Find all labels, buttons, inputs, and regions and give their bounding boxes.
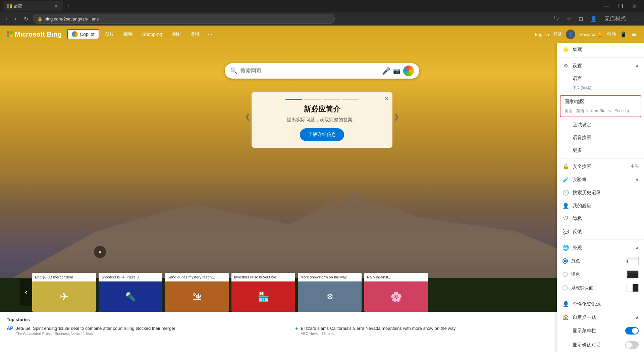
tab-favicon: [7, 3, 12, 9]
search-copilot-icon[interactable]: [403, 65, 414, 76]
news-card-title-5: Rally against...: [364, 273, 428, 281]
my-bing-item[interactable]: 👤 我的必应: [557, 199, 644, 212]
intro-card: × 新必应简介 提出实际问题，获取完整的答案。 了解详细信息: [252, 92, 392, 148]
minimize-button[interactable]: —: [599, 2, 613, 11]
news-card-2[interactable]: Sand dunes mystery resolv... 🏜: [165, 273, 229, 312]
light-option[interactable]: 浅色: [557, 254, 644, 268]
tracking-protection-icon[interactable]: 🛡: [551, 14, 562, 23]
profile-icon[interactable]: 👤: [588, 14, 600, 24]
country-item[interactable]: 国家/地区 美国 - 英语 (United States - English): [560, 96, 641, 117]
news-card-title-2: Sand dunes mystery resolv...: [165, 273, 229, 281]
phone-icon[interactable]: 📱: [620, 31, 627, 38]
story-text-2: Blizzard slams California's Sierra Nevad…: [301, 325, 455, 332]
region-label: 区域设定: [573, 122, 591, 128]
nav-maps[interactable]: 地图: [167, 30, 185, 39]
personalized-item[interactable]: 👤 个性化资讯源: [557, 298, 644, 311]
back-button[interactable]: ‹: [3, 14, 10, 23]
microphone-icon[interactable]: 🎤: [382, 67, 390, 75]
news-card-3[interactable]: Investors raise buyout bid 🏪: [231, 273, 295, 312]
nav-images[interactable]: 图片: [101, 30, 118, 39]
news-prev-button[interactable]: ‹: [20, 279, 32, 306]
customize-item[interactable]: 🏠 自定义主题 ∧: [557, 311, 644, 324]
maximize-button[interactable]: ❐: [613, 2, 628, 11]
system-label: 系统默认值: [571, 285, 623, 291]
camera-icon[interactable]: 📷: [393, 67, 400, 75]
private-mode-icon[interactable]: 无痕模式: [602, 14, 629, 24]
collections-icon: ⭐: [562, 46, 569, 53]
light-radio[interactable]: [562, 258, 568, 264]
tab-bar: 必应 ✕ + — ❐ ✕: [0, 0, 644, 12]
intro-next-button[interactable]: ❯: [393, 113, 399, 121]
dark-radio[interactable]: [562, 272, 568, 277]
hamburger-menu-icon[interactable]: ≡: [631, 29, 637, 40]
login-button[interactable]: 登录: [553, 31, 562, 37]
nav-more-dots[interactable]: ···: [205, 30, 215, 39]
region-item[interactable]: 区域设定: [557, 119, 644, 131]
appearance-section-header[interactable]: 🌐 外观 ∧: [557, 241, 644, 254]
user-avatar[interactable]: 👤: [566, 30, 575, 39]
collections-item[interactable]: ⭐ 集藏: [557, 43, 644, 56]
search-box[interactable]: 🔍 🎤 📷: [225, 63, 419, 79]
voice-item[interactable]: 语音搜索: [557, 131, 644, 144]
show-confirm-label: 显示确认对话: [573, 342, 601, 348]
favorites-star-icon[interactable]: ☆: [564, 14, 574, 24]
settings-chevron-up-icon: ∧: [636, 63, 639, 68]
language-switch[interactable]: English: [535, 32, 549, 37]
settings-panel: ⭐ 集藏 ⚙ 设置 ∧ 语言 中文(简体) 国家/地区 美国 - 英语 (Uni…: [557, 43, 644, 352]
language-item[interactable]: 语言 中文(简体): [557, 72, 644, 94]
close-button[interactable]: ✕: [628, 2, 641, 11]
story-item-2[interactable]: ● Blizzard slams California's Sierra Nev…: [295, 325, 570, 336]
history-item[interactable]: 🕐 搜索历史记录: [557, 186, 644, 199]
nav-videos[interactable]: 视频: [119, 30, 137, 39]
dark-label: 深色: [571, 271, 623, 277]
rewards-button[interactable]: Rewards 🏆: [579, 32, 603, 37]
system-default-option[interactable]: 系统默认值: [557, 281, 644, 295]
news-card-4[interactable]: More snowstorm on the way ❄: [298, 273, 362, 312]
feedback-item[interactable]: 💬 反馈: [557, 225, 644, 238]
tab-close-btn[interactable]: ✕: [54, 3, 59, 9]
story-col-right: ● Blizzard slams California's Sierra Nev…: [295, 325, 570, 338]
personalized-icon: 👤: [562, 301, 569, 307]
news-card-0[interactable]: End $3.8B merger deal ✈: [32, 273, 96, 312]
safe-search-icon: 🔒: [562, 163, 569, 170]
show-menubar-toggle[interactable]: [625, 327, 639, 335]
more-settings-item[interactable]: 更多: [557, 144, 644, 157]
intro-prev-button[interactable]: ❮: [245, 113, 251, 121]
nav-news[interactable]: 资讯: [186, 30, 204, 39]
system-radio[interactable]: [562, 285, 568, 291]
news-card-5[interactable]: Rally against... 🌸: [364, 273, 428, 312]
reload-button[interactable]: ↻: [21, 14, 31, 24]
new-tab-button[interactable]: +: [64, 1, 73, 11]
dark-preview: [627, 270, 639, 278]
bing-logo[interactable]: Microsoft Bing: [7, 31, 62, 38]
split-screen-icon[interactable]: ⊡: [576, 14, 586, 24]
copilot-button[interactable]: Copilot: [67, 29, 99, 39]
privacy-item[interactable]: 🛡 隐私: [557, 212, 644, 225]
toolbar-right: 🛡 ☆ ⊡ 👤 无痕模式 ⋯: [551, 14, 641, 24]
intro-cta-button[interactable]: 了解详细信息: [300, 128, 344, 141]
settings-section-header[interactable]: ⚙ 设置 ∧: [557, 59, 644, 72]
active-tab[interactable]: 必应 ✕: [3, 1, 63, 11]
light-radio-dot: [564, 260, 567, 262]
nav-shopping[interactable]: Shopping: [138, 30, 166, 38]
story-item-1[interactable]: AP JetBlue, Spirit ending $3.8B deal to …: [7, 325, 282, 336]
intro-close-button[interactable]: ×: [385, 95, 388, 102]
settings-menu-icon[interactable]: ⋯: [631, 14, 641, 24]
search-input[interactable]: [240, 68, 379, 74]
dark-option[interactable]: 深色: [557, 268, 644, 281]
language-value: 中文(简体): [573, 85, 591, 91]
rewards-label: Rewards: [579, 32, 596, 37]
news-card-1[interactable]: Shooters kill 4, injure 3 🔦: [99, 273, 162, 312]
feedback-label: 反馈: [573, 229, 582, 235]
news-card-img-1: 🔦: [99, 281, 162, 312]
divider-1: [557, 57, 644, 58]
lab-item[interactable]: 🧪 实验室 ∨: [557, 173, 644, 186]
mobile-button[interactable]: 移动: [607, 31, 616, 37]
light-label: 浅色: [571, 258, 623, 264]
scroll-down-button[interactable]: ∨: [94, 246, 106, 258]
address-bar[interactable]: 🔒 bing.com/?setlang=zh-Hans: [33, 14, 335, 24]
history-label: 搜索历史记录: [573, 190, 601, 196]
browser-chrome: 必应 ✕ + — ❐ ✕ ‹ › ↻ 🔒 bing.com/?setlang=z…: [0, 0, 644, 26]
forward-button[interactable]: ›: [12, 14, 19, 23]
safe-search-item[interactable]: 🔒 安全搜索 中等: [557, 160, 644, 173]
